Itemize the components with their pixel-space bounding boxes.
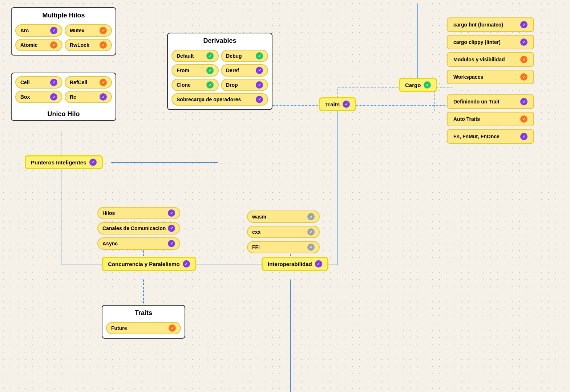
item-label: Sobrecarga de operadores	[177, 97, 241, 102]
item-label: From	[177, 68, 189, 73]
list-item[interactable]: cargo fmt (formateo) ✓	[447, 17, 534, 32]
list-item[interactable]: Default ✓	[171, 50, 219, 62]
list-item[interactable]: Clone ✓	[171, 79, 219, 91]
check-icon: ✓	[256, 67, 263, 74]
interop-check: ✓	[315, 260, 322, 268]
item-label: Clone	[177, 82, 191, 88]
check-icon: ✓	[520, 115, 527, 123]
list-item[interactable]: Modulos y visibilidad ✓	[447, 52, 534, 67]
list-item[interactable]: Future ✓	[106, 322, 181, 334]
check-icon: ✓	[168, 225, 175, 232]
item-label: cargo fmt (formateo)	[453, 22, 503, 28]
check-icon: ✓	[168, 240, 175, 247]
item-label: Drop	[226, 82, 238, 88]
list-item[interactable]: Arc ✓	[15, 24, 62, 37]
list-item[interactable]: cargo clippy (linter) ✓	[447, 35, 534, 49]
check-icon: ✓	[50, 41, 57, 49]
cargo-items: cargo fmt (formateo) ✓ cargo clippy (lin…	[447, 17, 534, 84]
check-icon: ✓	[100, 27, 107, 34]
item-label: Hilos	[102, 210, 115, 216]
check-icon: ✓	[520, 133, 527, 140]
derivables-title: Derivables	[168, 33, 272, 47]
list-item[interactable]: Debug ✓	[221, 50, 268, 62]
list-item[interactable]: Deref ✓	[221, 64, 268, 77]
check-icon: ✓	[100, 79, 107, 86]
item-label: Debug	[226, 53, 242, 59]
item-label: Mutex	[70, 28, 84, 33]
list-item[interactable]: wasm ✓	[247, 211, 320, 223]
concurrencia-label: Concurrencia y Paralelismo	[108, 261, 180, 267]
list-item[interactable]: Canales de Comunicacion ✓	[97, 222, 180, 234]
check-icon: ✓	[169, 324, 176, 332]
check-icon: ✓	[206, 81, 214, 89]
cargo-label: Cargo	[405, 82, 421, 88]
punteros-inteligentes-node[interactable]: Punteros Inteligentes ✓	[25, 155, 103, 169]
concurrencia-node[interactable]: Concurrencia y Paralelismo ✓	[102, 257, 196, 271]
traits-items: Definiendo un Trait ✓ Auto Traits ✓ Fn, …	[447, 94, 534, 144]
list-item[interactable]: RwLock ✓	[65, 39, 112, 51]
item-label: Deref	[226, 68, 239, 73]
check-icon: ✓	[307, 228, 315, 236]
list-item[interactable]: Definiendo un Trait ✓	[447, 94, 534, 109]
check-icon: ✓	[520, 38, 527, 46]
item-label: Default	[177, 53, 194, 59]
item-label: wasm	[252, 214, 266, 220]
traits-node[interactable]: Traits ✓	[319, 97, 356, 111]
list-item[interactable]: cxx ✓	[247, 226, 320, 238]
check-icon: ✓	[307, 244, 315, 251]
list-item[interactable]: Fn, FnMut, FnOnce ✓	[447, 129, 534, 144]
item-label: Cell	[20, 79, 30, 85]
check-icon: ✓	[520, 21, 527, 28]
list-item[interactable]: Auto Traits ✓	[447, 112, 534, 126]
punteros-check: ✓	[89, 159, 97, 166]
item-label: Future	[111, 325, 127, 331]
item-label: Auto Traits	[453, 116, 480, 122]
derivables-items: Default ✓ Debug ✓ From ✓ Deref ✓ Clone ✓…	[168, 47, 272, 109]
item-label: Workspaces	[453, 74, 483, 80]
check-icon: ✓	[50, 79, 57, 86]
traits-bottom-title: Traits	[102, 306, 185, 319]
item-label: RefCell	[70, 79, 87, 85]
traits-bottom-items: Future ✓	[102, 319, 185, 338]
item-label: FFI	[252, 244, 260, 250]
item-label: Atomic	[20, 42, 37, 48]
interop-label: Interoperabilidad	[268, 261, 312, 267]
cargo-check: ✓	[424, 81, 431, 89]
list-item[interactable]: Rc ✓	[65, 91, 112, 103]
unico-hilo-title: Unico Hilo	[12, 107, 116, 120]
concurrencia-check: ✓	[183, 260, 190, 268]
check-icon: ✓	[168, 209, 175, 217]
check-icon: ✓	[307, 213, 315, 220]
item-label: cargo clippy (linter)	[453, 39, 501, 45]
item-label: Canales de Comunicacion	[102, 225, 166, 231]
list-item[interactable]: Hilos ✓	[97, 207, 180, 219]
item-label: Box	[20, 94, 30, 100]
item-label: Fn, FnMut, FnOnce	[453, 134, 500, 139]
check-icon: ✓	[206, 67, 214, 74]
traits-check: ✓	[343, 101, 350, 108]
item-label: Arc	[20, 28, 29, 33]
check-icon: ✓	[256, 52, 263, 60]
derivables-container: Derivables Default ✓ Debug ✓ From ✓ Dere…	[167, 33, 272, 110]
list-item[interactable]: From ✓	[171, 64, 219, 77]
interoperabilidad-node[interactable]: Interoperabilidad ✓	[262, 257, 328, 271]
traits-label: Traits	[325, 101, 340, 107]
multiple-hilos-items: Arc ✓ Mutex ✓ Atomic ✓ RwLock ✓	[12, 21, 116, 55]
list-item[interactable]: RefCell ✓	[65, 76, 112, 89]
list-item[interactable]: Drop ✓	[221, 79, 268, 91]
list-item[interactable]: Mutex ✓	[65, 24, 112, 37]
list-item[interactable]: Async ✓	[97, 237, 180, 250]
list-item[interactable]: FFI ✓	[247, 241, 320, 253]
list-item[interactable]: Workspaces ✓	[447, 70, 534, 84]
item-label: RwLock	[70, 42, 89, 48]
unico-hilo-container: Cell ✓ RefCell ✓ Box ✓ Rc ✓ Unico Hilo	[11, 73, 116, 121]
list-item[interactable]: Cell ✓	[15, 76, 62, 89]
list-item[interactable]: Atomic ✓	[15, 39, 62, 51]
check-icon: ✓	[256, 81, 263, 89]
list-item[interactable]: Box ✓	[15, 91, 62, 103]
list-item[interactable]: Sobrecarga de operadores ✓	[171, 93, 268, 106]
punteros-label: Punteros Inteligentes	[31, 159, 86, 166]
cargo-node[interactable]: Cargo ✓	[399, 78, 437, 92]
concurrencia-items-list: Hilos ✓ Canales de Comunicacion ✓ Async …	[97, 207, 180, 250]
check-icon: ✓	[256, 96, 263, 103]
